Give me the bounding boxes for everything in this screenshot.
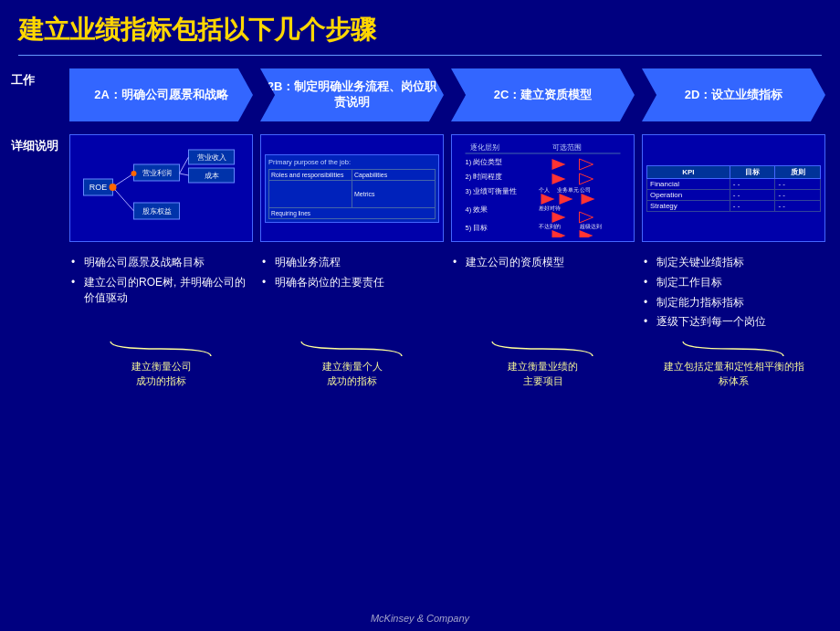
kpi-col-kpi: KPI — [647, 165, 730, 178]
brace-col-4: 建立包括定量和定性相平衡的指标体系 — [638, 340, 829, 388]
svg-text:3) 业绩可衡量性: 3) 业绩可衡量性 — [466, 187, 518, 195]
jd-metrics-label — [269, 180, 352, 207]
svg-text:不达到的: 不达到的 — [539, 224, 561, 229]
svg-marker-35 — [580, 212, 593, 223]
desc-4-item-2: 制定工作目标 — [644, 275, 824, 290]
svg-text:ROE: ROE — [89, 183, 108, 192]
svg-marker-24 — [580, 174, 593, 184]
svg-text:公司: 公司 — [580, 187, 591, 193]
jd-box: Primary purpose of the job: Roles and re… — [265, 154, 439, 223]
desc-1-item-1: 明确公司愿景及战略目标 — [71, 255, 251, 270]
kpi-table: KPI 目标 质则 Financial- -- - Operation- -- … — [646, 165, 821, 212]
svg-marker-31 — [582, 194, 595, 205]
jd-diagram: Primary purpose of the job: Roles and re… — [260, 134, 444, 242]
svg-marker-34 — [552, 212, 566, 223]
roe-diagram: ROE 营业利润 营业收入 成本 股东权益 — [69, 134, 253, 242]
desc-4-item-3: 制定能力指标指标 — [644, 295, 824, 310]
svg-text:2) 时间程度: 2) 时间程度 — [466, 173, 503, 181]
svg-text:成本: 成本 — [205, 172, 219, 180]
jd-col4: Requiring lines — [269, 207, 436, 218]
svg-text:5) 目标: 5) 目标 — [466, 224, 488, 232]
svg-text:可选范围: 可选范围 — [552, 143, 582, 152]
brace-4-text: 建立包括定量和定性相平衡的指标体系 — [664, 360, 804, 388]
comp-diagram: 逐化层别 可选范围 1) 岗位类型 2) 时间程度 3) 业绩可衡量性 个人 业… — [451, 134, 635, 242]
brace-1-text: 建立衡量公司成功的指标 — [131, 360, 192, 388]
desc-empty — [11, 251, 66, 338]
step-2d: 2D：设立业绩指标 — [642, 68, 825, 121]
desc-4-item-1: 制定关键业绩指标 — [644, 255, 824, 270]
kpi-row-operation: Operation- -- - — [647, 189, 821, 200]
brace-4-svg — [647, 340, 819, 358]
svg-point-14 — [110, 184, 117, 191]
work-row-label: 工作 — [11, 65, 66, 125]
svg-marker-39 — [552, 230, 566, 237]
desc-3-item-1: 建立公司的资质模型 — [453, 255, 633, 270]
svg-marker-20 — [552, 159, 566, 170]
step-2c: 2C：建立资质模型 — [451, 68, 635, 121]
brace-2-text: 建立衡量个人成功的指标 — [322, 360, 383, 388]
desc-2-item-2: 明确各岗位的主要责任 — [262, 275, 442, 290]
svg-marker-40 — [580, 230, 593, 237]
svg-line-9 — [180, 157, 189, 174]
kpi-row-strategy: Strategy- -- - — [647, 200, 821, 211]
kpi-col-rule: 质则 — [775, 165, 821, 178]
roe-svg: ROE 营业利润 营业收入 成本 股东权益 — [74, 139, 248, 237]
brace-2-svg — [266, 340, 437, 358]
svg-line-2 — [113, 174, 134, 187]
svg-text:个人: 个人 — [539, 187, 550, 193]
svg-text:差好对待: 差好对待 — [539, 205, 561, 211]
svg-text:业务单元: 业务单元 — [557, 187, 579, 193]
svg-text:逐化层别: 逐化层别 — [470, 143, 499, 152]
brace-empty — [11, 340, 66, 388]
svg-marker-30 — [560, 194, 573, 205]
svg-text:超级达到: 超级达到 — [580, 224, 602, 229]
jd-col3: Metrics — [352, 180, 436, 207]
jd-col1: Roles and responsibilities — [269, 169, 352, 180]
comp-svg: 逐化层别 可选范围 1) 岗位类型 2) 时间程度 3) 业绩可衡量性 个人 业… — [456, 139, 630, 237]
svg-marker-23 — [552, 174, 566, 184]
brace-col-3: 建立衡量业绩的主要项目 — [447, 340, 638, 388]
kpi-col-target: 目标 — [730, 165, 775, 178]
page-title: 建立业绩指标包括以下几个步骤 — [0, 0, 840, 55]
desc-2-item-1: 明确业务流程 — [262, 255, 442, 270]
divider — [18, 55, 822, 56]
desc-col-1: 明确公司愿景及战略目标 建立公司的ROE树, 并明确公司的价值驱动 — [66, 251, 257, 338]
brace-3-text: 建立衡量业绩的主要项目 — [508, 360, 578, 388]
footer: McKinsey & Company — [0, 613, 840, 624]
svg-point-15 — [131, 171, 137, 176]
step-2a: 2A：明确公司愿景和战略 — [69, 68, 253, 121]
svg-marker-21 — [580, 159, 593, 170]
svg-text:营业利润: 营业利润 — [142, 169, 172, 177]
desc-col-3: 建立公司的资质模型 — [447, 251, 638, 338]
svg-text:股东权益: 股东权益 — [142, 207, 172, 216]
svg-line-13 — [113, 187, 134, 211]
svg-text:营业收入: 营业收入 — [197, 153, 226, 162]
detail-row-label: 详细说明 — [11, 131, 66, 246]
svg-line-10 — [180, 174, 189, 175]
brace-col-2: 建立衡量个人成功的指标 — [257, 340, 447, 388]
desc-4-item-4: 逐级下达到每一个岗位 — [644, 314, 824, 330]
svg-text:1) 岗位类型: 1) 岗位类型 — [466, 158, 503, 166]
desc-1-item-2: 建立公司的ROE树, 并明确公司的价值驱动 — [71, 275, 251, 306]
brace-col-1: 建立衡量公司成功的指标 — [66, 340, 257, 388]
svg-text:4) 效果: 4) 效果 — [466, 205, 488, 214]
step-2b: 2B：制定明确业务流程、岗位职责说明 — [260, 68, 444, 121]
jd-col2: Capabilities — [352, 169, 436, 180]
kpi-row-financial: Financial- -- - — [647, 178, 821, 189]
kpi-diagram: KPI 目标 质则 Financial- -- - Operation- -- … — [642, 134, 825, 242]
desc-col-2: 明确业务流程 明确各岗位的主要责任 — [257, 251, 447, 338]
brace-3-svg — [457, 340, 628, 358]
brace-1-svg — [75, 340, 247, 358]
svg-marker-29 — [541, 194, 555, 205]
jd-title: Primary purpose of the job: — [268, 158, 436, 166]
desc-col-4: 制定关键业绩指标 制定工作目标 制定能力指标指标 逐级下达到每一个岗位 — [638, 251, 829, 338]
